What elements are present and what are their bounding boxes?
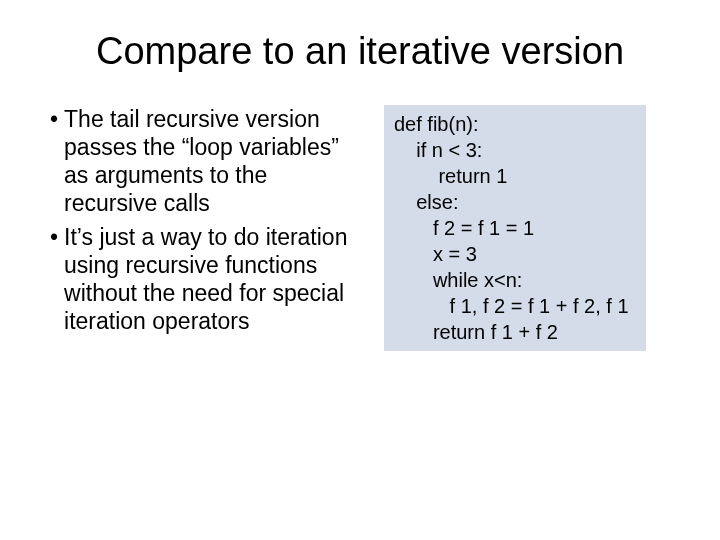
bullet-dot-icon: • xyxy=(50,223,64,335)
bullet-list: • The tail recursive version passes the … xyxy=(50,105,360,351)
bullet-text: The tail recursive version passes the “l… xyxy=(64,105,360,217)
list-item: • The tail recursive version passes the … xyxy=(50,105,360,217)
slide: Compare to an iterative version • The ta… xyxy=(0,0,720,540)
bullet-dot-icon: • xyxy=(50,105,64,217)
list-item: • It’s just a way to do iteration using … xyxy=(50,223,360,335)
slide-body: • The tail recursive version passes the … xyxy=(50,105,670,351)
code-column: def fib(n): if n < 3: return 1 else: f 2… xyxy=(384,105,670,351)
code-block: def fib(n): if n < 3: return 1 else: f 2… xyxy=(384,105,646,351)
bullet-text: It’s just a way to do iteration using re… xyxy=(64,223,360,335)
slide-title: Compare to an iterative version xyxy=(50,30,670,73)
